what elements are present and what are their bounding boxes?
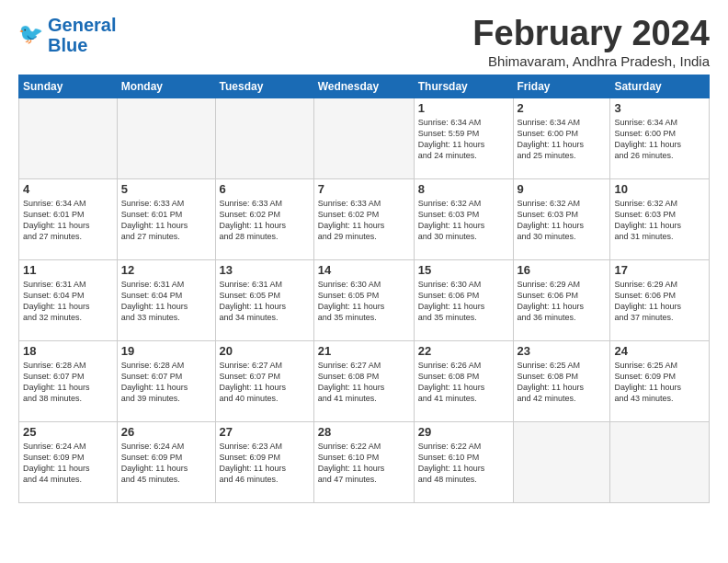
header-row: Sunday Monday Tuesday Wednesday Thursday… (19, 75, 710, 98)
week-row-2: 11Sunrise: 6:31 AM Sunset: 6:04 PM Dayli… (19, 259, 710, 340)
day-info: Sunrise: 6:34 AM Sunset: 6:01 PM Dayligh… (23, 198, 113, 243)
calendar-cell: 9Sunrise: 6:32 AM Sunset: 6:03 PM Daylig… (513, 178, 610, 259)
calendar-cell (215, 98, 313, 178)
day-info: Sunrise: 6:28 AM Sunset: 6:07 PM Dayligh… (121, 360, 211, 405)
day-number: 9 (518, 182, 607, 196)
day-number: 25 (23, 425, 113, 439)
col-thursday: Thursday (414, 75, 513, 98)
col-friday: Friday (513, 75, 610, 98)
title-block: February 2024 Bhimavaram, Andhra Pradesh… (472, 15, 710, 69)
col-monday: Monday (117, 75, 215, 98)
day-info: Sunrise: 6:32 AM Sunset: 6:03 PM Dayligh… (418, 198, 509, 243)
calendar-cell (610, 421, 710, 502)
calendar-cell: 22Sunrise: 6:26 AM Sunset: 6:08 PM Dayli… (414, 340, 513, 421)
month-title: February 2024 (472, 15, 710, 53)
calendar-cell: 3Sunrise: 6:34 AM Sunset: 6:00 PM Daylig… (610, 98, 710, 178)
location: Bhimavaram, Andhra Pradesh, India (472, 53, 710, 69)
calendar-cell: 2Sunrise: 6:34 AM Sunset: 6:00 PM Daylig… (513, 98, 610, 178)
day-number: 21 (318, 344, 410, 358)
col-sunday: Sunday (19, 75, 118, 98)
day-info: Sunrise: 6:28 AM Sunset: 6:07 PM Dayligh… (23, 360, 113, 405)
day-info: Sunrise: 6:30 AM Sunset: 6:05 PM Dayligh… (318, 279, 410, 324)
calendar-cell: 8Sunrise: 6:32 AM Sunset: 6:03 PM Daylig… (414, 178, 513, 259)
calendar-cell: 5Sunrise: 6:33 AM Sunset: 6:01 PM Daylig… (117, 178, 215, 259)
day-number: 2 (518, 101, 607, 115)
calendar-cell: 18Sunrise: 6:28 AM Sunset: 6:07 PM Dayli… (19, 340, 118, 421)
day-number: 14 (318, 263, 410, 277)
day-number: 17 (614, 263, 705, 277)
day-number: 5 (121, 182, 211, 196)
day-info: Sunrise: 6:30 AM Sunset: 6:06 PM Dayligh… (418, 279, 509, 324)
day-number: 20 (220, 344, 310, 358)
day-number: 23 (518, 344, 607, 358)
day-info: Sunrise: 6:24 AM Sunset: 6:09 PM Dayligh… (23, 441, 113, 486)
day-info: Sunrise: 6:32 AM Sunset: 6:03 PM Dayligh… (614, 198, 705, 243)
day-number: 19 (121, 344, 211, 358)
day-info: Sunrise: 6:33 AM Sunset: 6:02 PM Dayligh… (318, 198, 410, 243)
day-info: Sunrise: 6:23 AM Sunset: 6:09 PM Dayligh… (220, 441, 310, 486)
week-row-1: 4Sunrise: 6:34 AM Sunset: 6:01 PM Daylig… (19, 178, 710, 259)
day-number: 18 (23, 344, 113, 358)
calendar-cell: 27Sunrise: 6:23 AM Sunset: 6:09 PM Dayli… (215, 421, 313, 502)
calendar-cell: 23Sunrise: 6:25 AM Sunset: 6:08 PM Dayli… (513, 340, 610, 421)
day-info: Sunrise: 6:31 AM Sunset: 6:04 PM Dayligh… (121, 279, 211, 324)
calendar-cell: 17Sunrise: 6:29 AM Sunset: 6:06 PM Dayli… (610, 259, 710, 340)
calendar-cell: 7Sunrise: 6:33 AM Sunset: 6:02 PM Daylig… (313, 178, 414, 259)
logo: 🐦 General Blue (18, 15, 116, 55)
day-number: 4 (23, 182, 113, 196)
day-number: 16 (518, 263, 607, 277)
calendar-cell: 1Sunrise: 6:34 AM Sunset: 5:59 PM Daylig… (414, 98, 513, 178)
col-saturday: Saturday (610, 75, 710, 98)
calendar-cell: 21Sunrise: 6:27 AM Sunset: 6:08 PM Dayli… (313, 340, 414, 421)
calendar-cell: 25Sunrise: 6:24 AM Sunset: 6:09 PM Dayli… (19, 421, 118, 502)
day-number: 6 (220, 182, 310, 196)
col-tuesday: Tuesday (215, 75, 313, 98)
day-info: Sunrise: 6:33 AM Sunset: 6:02 PM Dayligh… (220, 198, 310, 243)
day-number: 3 (614, 101, 705, 115)
calendar-cell: 4Sunrise: 6:34 AM Sunset: 6:01 PM Daylig… (19, 178, 118, 259)
calendar-cell (313, 98, 414, 178)
calendar-cell: 24Sunrise: 6:25 AM Sunset: 6:09 PM Dayli… (610, 340, 710, 421)
calendar-cell (513, 421, 610, 502)
svg-text:🐦: 🐦 (18, 22, 44, 46)
day-info: Sunrise: 6:31 AM Sunset: 6:05 PM Dayligh… (220, 279, 310, 324)
week-row-0: 1Sunrise: 6:34 AM Sunset: 5:59 PM Daylig… (19, 98, 710, 178)
day-number: 7 (318, 182, 410, 196)
logo-line2: Blue (48, 35, 87, 55)
col-wednesday: Wednesday (313, 75, 414, 98)
calendar-cell: 26Sunrise: 6:24 AM Sunset: 6:09 PM Dayli… (117, 421, 215, 502)
calendar-table: Sunday Monday Tuesday Wednesday Thursday… (18, 75, 710, 503)
day-info: Sunrise: 6:29 AM Sunset: 6:06 PM Dayligh… (614, 279, 705, 324)
day-info: Sunrise: 6:31 AM Sunset: 6:04 PM Dayligh… (23, 279, 113, 324)
calendar-cell: 29Sunrise: 6:22 AM Sunset: 6:10 PM Dayli… (414, 421, 513, 502)
calendar-cell: 11Sunrise: 6:31 AM Sunset: 6:04 PM Dayli… (19, 259, 118, 340)
day-info: Sunrise: 6:29 AM Sunset: 6:06 PM Dayligh… (518, 279, 607, 324)
day-info: Sunrise: 6:34 AM Sunset: 6:00 PM Dayligh… (614, 117, 705, 162)
day-number: 22 (418, 344, 509, 358)
day-number: 13 (220, 263, 310, 277)
day-info: Sunrise: 6:25 AM Sunset: 6:08 PM Dayligh… (518, 360, 607, 405)
day-number: 12 (121, 263, 211, 277)
day-info: Sunrise: 6:27 AM Sunset: 6:08 PM Dayligh… (318, 360, 410, 405)
calendar-cell: 14Sunrise: 6:30 AM Sunset: 6:05 PM Dayli… (313, 259, 414, 340)
day-info: Sunrise: 6:25 AM Sunset: 6:09 PM Dayligh… (614, 360, 705, 405)
calendar-cell: 28Sunrise: 6:22 AM Sunset: 6:10 PM Dayli… (313, 421, 414, 502)
day-number: 26 (121, 425, 211, 439)
calendar-cell: 16Sunrise: 6:29 AM Sunset: 6:06 PM Dayli… (513, 259, 610, 340)
day-info: Sunrise: 6:27 AM Sunset: 6:07 PM Dayligh… (220, 360, 310, 405)
calendar-cell: 6Sunrise: 6:33 AM Sunset: 6:02 PM Daylig… (215, 178, 313, 259)
week-row-4: 25Sunrise: 6:24 AM Sunset: 6:09 PM Dayli… (19, 421, 710, 502)
week-row-3: 18Sunrise: 6:28 AM Sunset: 6:07 PM Dayli… (19, 340, 710, 421)
calendar-cell: 15Sunrise: 6:30 AM Sunset: 6:06 PM Dayli… (414, 259, 513, 340)
day-number: 27 (220, 425, 310, 439)
day-info: Sunrise: 6:33 AM Sunset: 6:01 PM Dayligh… (121, 198, 211, 243)
calendar-cell: 10Sunrise: 6:32 AM Sunset: 6:03 PM Dayli… (610, 178, 710, 259)
calendar-cell: 20Sunrise: 6:27 AM Sunset: 6:07 PM Dayli… (215, 340, 313, 421)
day-number: 24 (614, 344, 705, 358)
day-info: Sunrise: 6:24 AM Sunset: 6:09 PM Dayligh… (121, 441, 211, 486)
day-number: 28 (318, 425, 410, 439)
logo-icon: 🐦 (18, 22, 44, 48)
day-number: 29 (418, 425, 509, 439)
day-info: Sunrise: 6:34 AM Sunset: 5:59 PM Dayligh… (418, 117, 509, 162)
calendar-cell (19, 98, 118, 178)
